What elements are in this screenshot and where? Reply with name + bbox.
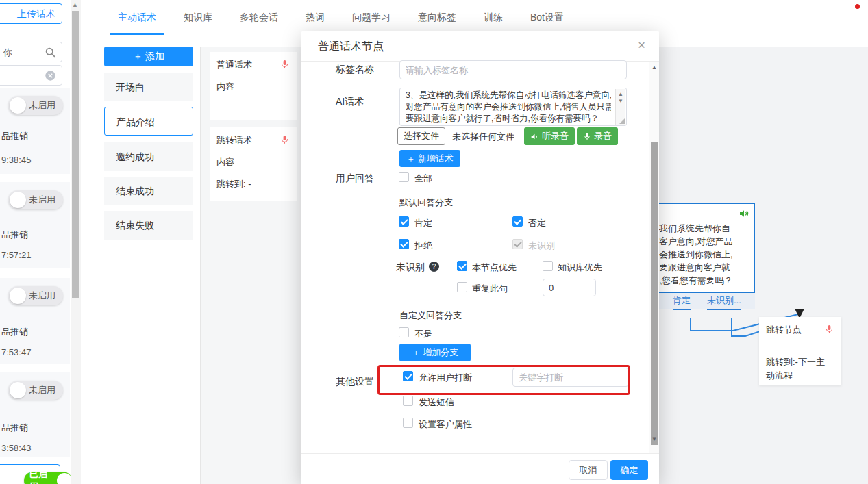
stage-item-opening[interactable]: 开场白 bbox=[104, 73, 193, 101]
jump-node-card[interactable]: 跳转节点 跳转到:-下一主动流程 bbox=[759, 317, 841, 385]
negative-checkbox[interactable] bbox=[512, 216, 523, 227]
kb-first-label: 知识库优先 bbox=[558, 262, 602, 274]
enable-toggle-off[interactable]: 未启用 bbox=[8, 286, 63, 305]
tab-question-learning[interactable]: 问题学习 bbox=[352, 12, 390, 24]
tab-knowledge-base[interactable]: 知识库 bbox=[184, 12, 212, 24]
toggle-knob bbox=[57, 473, 72, 484]
script-time: 7:57:21 bbox=[1, 250, 31, 260]
add-branch-button[interactable]: ＋ 增加分支 bbox=[399, 344, 471, 361]
microphone-icon bbox=[583, 132, 591, 140]
choose-file-button[interactable]: 选择文件 bbox=[397, 127, 445, 145]
enable-toggle-off[interactable]: 未启用 bbox=[8, 381, 63, 400]
scroll-up-arrow-icon[interactable]: ▲ bbox=[72, 1, 78, 8]
filter-input[interactable] bbox=[0, 65, 62, 86]
repeat-count-input[interactable] bbox=[543, 279, 596, 296]
toggle-label: 未启用 bbox=[29, 194, 55, 206]
textarea-resize-handle[interactable] bbox=[619, 118, 625, 124]
not-label: 不是 bbox=[414, 328, 432, 340]
tab-intent-labels[interactable]: 意向标签 bbox=[418, 12, 456, 24]
microphone-icon bbox=[824, 324, 834, 334]
flow-script-node[interactable]: 我们系统先帮你自 客户意向,对您产品 会推送到你微信上, 要跟进意向客户就 ,您… bbox=[655, 203, 755, 293]
set-customer-attr-checkbox[interactable] bbox=[403, 418, 413, 428]
branch-tab-affirm[interactable]: 肯定 bbox=[673, 294, 691, 310]
jump-node-title: 跳转节点 bbox=[766, 324, 802, 336]
tab-bot-settings[interactable]: Bot设置 bbox=[530, 12, 564, 24]
script-name: 品推销 bbox=[1, 229, 28, 241]
search-input-text: 你 bbox=[3, 47, 12, 59]
cancel-button[interactable]: 取消 bbox=[569, 460, 608, 480]
jump-script-node-card[interactable]: 跳转话术 内容 跳转到: - bbox=[210, 127, 297, 201]
tag-name-input[interactable] bbox=[399, 60, 627, 79]
unrecognized-checkbox-disabled bbox=[512, 239, 523, 249]
stage-item-end-success[interactable]: 结束成功 bbox=[104, 177, 193, 205]
repeat-checkbox[interactable] bbox=[457, 282, 467, 292]
tab-main-script[interactable]: 主动话术 bbox=[118, 12, 156, 24]
stage-item-end-fail[interactable]: 结束失败 bbox=[104, 211, 193, 240]
confirm-button[interactable]: 确定 bbox=[610, 460, 648, 480]
custom-branch-title: 自定义回答分支 bbox=[399, 309, 462, 322]
script-card[interactable]: 未启用 品推销 7:57:21 bbox=[0, 182, 70, 268]
add-script-button[interactable]: ＋ 新增话术 bbox=[399, 150, 460, 167]
script-card[interactable]: 未启用 品推销 7:53:47 bbox=[0, 278, 70, 364]
normal-script-node-card[interactable]: 普通话术 内容 bbox=[210, 52, 297, 120]
search-icon[interactable] bbox=[45, 47, 56, 58]
enable-toggle-on[interactable]: 已启用 bbox=[24, 472, 72, 484]
stage-item-invite-success[interactable]: 邀约成功 bbox=[104, 142, 193, 171]
script-card-enabled[interactable]: 已启用 bbox=[0, 464, 60, 484]
scrollbar-thumb[interactable] bbox=[72, 11, 79, 298]
default-branch-title: 默认回答分支 bbox=[399, 196, 453, 209]
user-answer-label: 用户回答 bbox=[336, 173, 374, 185]
tab-multi-turn[interactable]: 多轮会话 bbox=[240, 12, 278, 24]
close-icon[interactable]: × bbox=[638, 38, 645, 51]
toggle-knob bbox=[10, 382, 26, 398]
node-first-checkbox[interactable] bbox=[457, 261, 467, 271]
keyword-interrupt-input[interactable] bbox=[512, 368, 629, 387]
clear-icon[interactable] bbox=[45, 70, 56, 81]
set-customer-attr-label: 设置客户属性 bbox=[419, 418, 472, 431]
upload-script-button[interactable]: 上传话术 bbox=[0, 3, 62, 24]
record-button[interactable]: 录音 bbox=[577, 127, 618, 145]
dialog-scrollbar[interactable]: ▲ ▼ bbox=[649, 62, 659, 453]
negative-label: 否定 bbox=[528, 217, 546, 229]
page-scrollbar[interactable]: ▲ bbox=[71, 0, 81, 484]
ai-script-textarea[interactable]: 3、是这样的,我们系统先帮你自动打电话筛选客户意向, 对您产品有意向的客户会推送… bbox=[399, 88, 627, 126]
scrollbar-thumb[interactable] bbox=[651, 142, 658, 445]
allow-interrupt-checkbox[interactable] bbox=[403, 371, 413, 381]
script-time: 3:58:43 bbox=[1, 443, 31, 453]
script-card[interactable]: 未启用 品推销 9:38:45 bbox=[0, 88, 70, 174]
add-stage-button[interactable]: ＋ 添加 bbox=[104, 47, 193, 66]
jump-node-target: 跳转到:-下一主动流程 bbox=[766, 355, 831, 383]
branch-tab-unrecognized[interactable]: 未识别... bbox=[707, 294, 741, 310]
microphone-icon bbox=[280, 134, 290, 144]
repeat-label: 重复此句 bbox=[472, 283, 508, 295]
node-card-title: 跳转话术 bbox=[216, 134, 252, 147]
scroll-up-arrow-icon[interactable]: ▲ bbox=[652, 64, 657, 71]
not-checkbox[interactable] bbox=[399, 327, 409, 337]
refuse-label: 拒绝 bbox=[414, 240, 432, 252]
tab-hot-words[interactable]: 热词 bbox=[306, 12, 325, 24]
help-icon[interactable]: ? bbox=[429, 262, 439, 272]
enable-toggle-off[interactable]: 未启用 bbox=[8, 190, 63, 209]
toggle-label: 未启用 bbox=[29, 384, 55, 396]
kb-first-checkbox[interactable] bbox=[543, 261, 553, 271]
listen-recording-button[interactable]: 听录音 bbox=[524, 127, 575, 145]
enable-toggle-off[interactable]: 未启用 bbox=[8, 96, 63, 115]
notification-dot bbox=[855, 4, 860, 9]
toggle-knob bbox=[10, 97, 26, 114]
speaker-icon[interactable] bbox=[739, 208, 749, 219]
refuse-checkbox[interactable] bbox=[399, 239, 409, 249]
unrecognized-label-disabled: 未识别 bbox=[528, 240, 555, 252]
script-name: 品推销 bbox=[1, 422, 28, 434]
send-sms-checkbox[interactable] bbox=[403, 396, 413, 406]
affirm-label: 肯定 bbox=[414, 217, 432, 229]
stage-item-product-intro[interactable]: 产品介绍 bbox=[104, 107, 193, 136]
script-card[interactable]: 未启用 品推销 3:58:43 bbox=[0, 372, 70, 457]
affirm-checkbox[interactable] bbox=[399, 216, 409, 227]
tab-training[interactable]: 训练 bbox=[484, 12, 503, 24]
scroll-down-arrow-icon[interactable]: ▼ bbox=[652, 436, 657, 442]
branch-tab-row: 肯定 未识别... bbox=[655, 293, 755, 309]
search-input[interactable]: 你 bbox=[0, 42, 62, 62]
script-name: 品推销 bbox=[1, 130, 28, 142]
flow-canvas[interactable]: 我们系统先帮你自 客户意向,对您产品 会推送到你微信上, 要跟进意向客户就 ,您… bbox=[659, 47, 868, 484]
all-checkbox[interactable] bbox=[399, 172, 409, 182]
